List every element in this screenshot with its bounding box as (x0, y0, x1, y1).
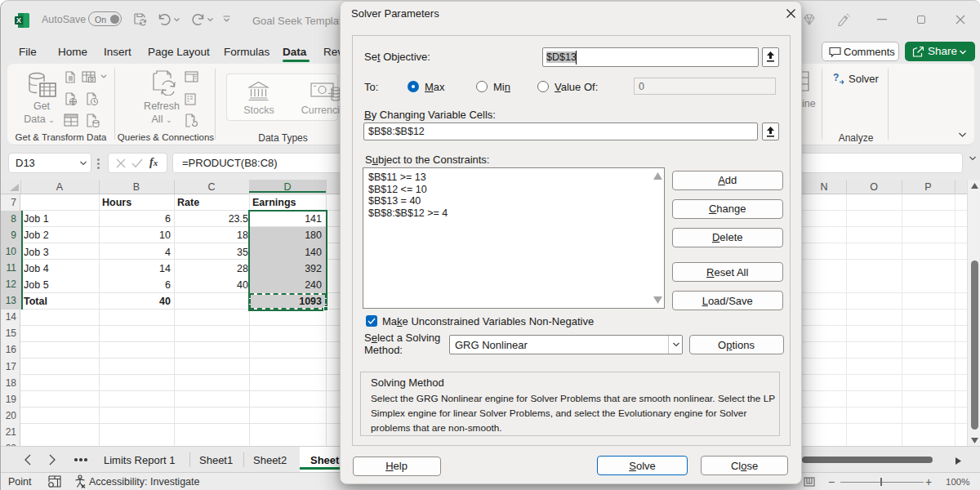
svg-text:X: X (16, 16, 21, 24)
svg-text:?: ? (833, 72, 839, 83)
